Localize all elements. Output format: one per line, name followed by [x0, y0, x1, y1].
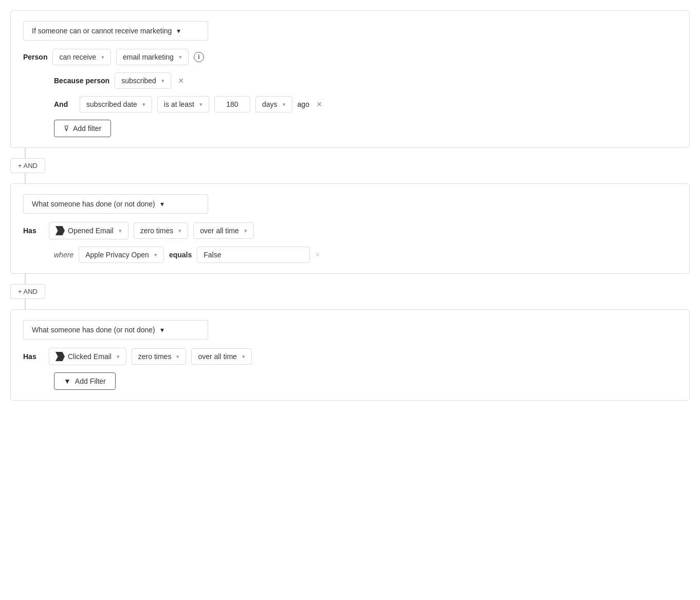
email-marketing-chevron: ▾ — [179, 54, 182, 61]
zero-times-chevron-3: ▾ — [176, 353, 179, 360]
add-filter-button-1[interactable]: ⊽ Add filter — [54, 120, 111, 137]
subscribed-date-chevron: ▾ — [142, 101, 145, 108]
has-label-3: Has — [23, 352, 44, 361]
days-value-input[interactable] — [214, 96, 250, 113]
over-all-time-chevron-3: ▾ — [242, 353, 245, 360]
info-icon[interactable]: i — [194, 52, 204, 62]
and-button-2[interactable]: + AND — [10, 284, 45, 299]
clicked-email-icon — [56, 352, 65, 361]
false-value-input[interactable] — [197, 247, 310, 263]
because-person-label: Because person — [54, 77, 109, 85]
clicked-email-dropdown[interactable]: Clicked Email ▾ — [49, 348, 126, 365]
has-clicked-email-row: Has Clicked Email ▾ zero times ▾ over al… — [23, 348, 677, 365]
apple-privacy-open-dropdown[interactable]: Apple Privacy Open ▾ — [79, 247, 164, 263]
vert-line-2 — [25, 173, 26, 183]
is-at-least-chevron: ▾ — [199, 101, 202, 108]
top-selector-opened[interactable]: What someone has done (or not done) ▾ — [23, 194, 208, 214]
vert-line-3 — [25, 274, 26, 284]
subscribed-chevron: ▾ — [161, 78, 164, 84]
and-button-1[interactable]: + AND — [10, 158, 45, 173]
condition-block-2: What someone has done (or not done) ▾ Ha… — [10, 183, 690, 274]
remove-and-filter-button[interactable]: × — [315, 99, 324, 110]
has-label-2: Has — [23, 227, 44, 235]
top-selector-opened-chevron: ▾ — [160, 200, 164, 208]
and-filter-row: And subscribed date ▾ is at least ▾ days… — [23, 96, 677, 113]
top-selector-marketing-label: If someone can or cannot receive marketi… — [32, 27, 172, 35]
days-chevron: ▾ — [283, 101, 286, 108]
can-receive-dropdown[interactable]: can receive ▾ — [52, 49, 111, 65]
top-selector-clicked-chevron: ▾ — [160, 326, 164, 334]
subscribed-date-dropdown[interactable]: subscribed date ▾ — [80, 96, 152, 113]
ago-label: ago — [298, 100, 309, 108]
zero-times-dropdown-2[interactable]: zero times ▾ — [134, 222, 189, 239]
vert-line-1 — [25, 148, 26, 158]
subscribed-dropdown[interactable]: subscribed ▾ — [115, 72, 171, 89]
filter-icon-1: ⊽ — [64, 124, 69, 133]
and-connector-wrapper-2: + AND — [10, 274, 690, 309]
zero-times-dropdown-3[interactable]: zero times ▾ — [132, 348, 187, 365]
top-selector-opened-label: What someone has done (or not done) — [32, 200, 155, 208]
add-filter-row-1: ⊽ Add filter — [23, 120, 677, 137]
person-label: Person — [23, 53, 47, 61]
add-filter-button-3[interactable]: ▼ Add Filter — [54, 372, 116, 390]
over-all-time-dropdown-3[interactable]: over all time ▾ — [191, 348, 251, 365]
days-dropdown[interactable]: days ▾ — [255, 96, 292, 113]
top-selector-clicked-label: What someone has done (or not done) — [32, 326, 155, 334]
email-marketing-dropdown[interactable]: email marketing ▾ — [116, 49, 189, 65]
because-person-row: Because person subscribed ▾ × — [23, 72, 677, 89]
condition-block-3: What someone has done (or not done) ▾ Ha… — [10, 309, 690, 401]
and-label: And — [54, 100, 75, 108]
condition-block-1: If someone can or cannot receive marketi… — [10, 10, 690, 148]
remove-where-button[interactable]: × — [315, 251, 320, 259]
over-all-time-dropdown-2[interactable]: over all time ▾ — [193, 222, 253, 239]
top-selector-marketing-chevron: ▾ — [177, 27, 180, 35]
equals-label: equals — [169, 251, 192, 259]
where-row: where Apple Privacy Open ▾ equals × — [23, 247, 677, 263]
remove-subscribed-button[interactable]: × — [176, 75, 186, 86]
top-selector-marketing[interactable]: If someone can or cannot receive marketi… — [23, 21, 208, 41]
zero-times-chevron-2: ▾ — [178, 228, 181, 234]
has-opened-email-row: Has Opened Email ▾ zero times ▾ over all… — [23, 222, 677, 239]
where-label: where — [54, 251, 73, 259]
over-all-time-chevron-2: ▾ — [244, 228, 247, 234]
person-row: Person can receive ▾ email marketing ▾ i — [23, 49, 677, 65]
apple-privacy-open-chevron: ▾ — [154, 252, 157, 258]
top-selector-clicked[interactable]: What someone has done (or not done) ▾ — [23, 320, 208, 340]
clicked-email-chevron: ▾ — [117, 353, 120, 360]
opened-email-dropdown[interactable]: Opened Email ▾ — [49, 222, 128, 239]
can-receive-chevron: ▾ — [101, 54, 104, 61]
opened-email-chevron: ▾ — [119, 228, 122, 234]
is-at-least-dropdown[interactable]: is at least ▾ — [157, 96, 209, 113]
and-connector-wrapper-1: + AND — [10, 148, 690, 183]
filter-icon-3: ▼ — [64, 377, 71, 385]
add-filter-row-3: ▼ Add Filter — [23, 372, 677, 390]
opened-email-icon — [56, 226, 65, 235]
vert-line-4 — [25, 299, 26, 309]
